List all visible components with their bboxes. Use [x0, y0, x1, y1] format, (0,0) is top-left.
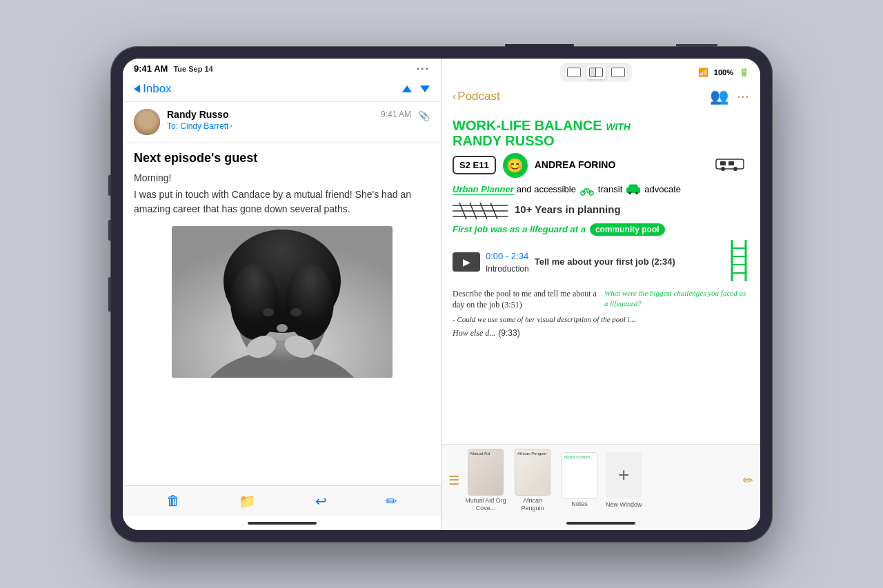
home-indicator-right [442, 516, 760, 530]
transit-text: transit [598, 184, 622, 194]
segment1-label: Tell me about your first job (2:34) [535, 256, 675, 267]
plus-icon: + [606, 452, 642, 498]
ladder-illustration [728, 240, 749, 284]
mail-metadata: Randy Russo 9:41 AM To: Cindy Barrett › [167, 109, 411, 131]
podcast-title-name: RANDY RUSSO [453, 133, 749, 149]
mail-body: Next episode's guest Morning! I was put … [123, 143, 441, 485]
lifeguard-text: First job was as a lifeguard at a [453, 224, 586, 234]
next-mail-button[interactable] [420, 85, 430, 92]
pencil-slot [505, 44, 574, 47]
battery-icon: 🔋 [739, 68, 749, 77]
intro-label: Introduction [486, 264, 529, 274]
mail-subject: Next episode's guest [134, 151, 430, 165]
handwritten-note: - Could we use some of her visual descri… [453, 314, 749, 325]
compose-button[interactable]: ✏ [386, 493, 397, 509]
edit-button[interactable]: ✏ [743, 473, 753, 488]
list-view-icon[interactable]: ☰ [448, 473, 459, 488]
thumbnail-preview-notes: Notes content... [562, 452, 597, 499]
home-bar-right [566, 522, 635, 525]
episode-badge: S2 E11 [453, 156, 496, 174]
sketch-lines-icon [453, 200, 508, 219]
timestamp-row: ▶ 0:00 - 2:34 Introduction Tell me about… [453, 240, 749, 284]
guest-info-row: Urban Planner and accessible transit adv… [453, 183, 749, 196]
new-window-label: New Window [606, 501, 642, 509]
svg-rect-16 [720, 161, 726, 165]
podcast-nav-bar: ‹ Podcast 👥 ··· [442, 85, 760, 111]
notes-toolbar: ☰ Mutual Aid Mutual Aid Org Cove... Afri… [442, 444, 760, 516]
top-button[interactable] [676, 44, 717, 47]
podcast-actions: 👥 ··· [710, 88, 749, 105]
attachment-icon: 📎 [418, 110, 430, 121]
home-indicator-left [123, 516, 441, 530]
timestamp-end: (9:33) [498, 328, 519, 338]
mail-header: Randy Russo 9:41 AM To: Cindy Barrett › … [123, 102, 441, 143]
thumbnail-african-penguin[interactable]: African Penguin African Penguin [512, 449, 553, 512]
window-mode-full-left[interactable] [564, 65, 584, 79]
years-planning: 10+ Years in planning [515, 203, 621, 215]
trash-button[interactable]: 🗑 [166, 493, 180, 509]
planning-row: 10+ Years in planning [453, 200, 749, 219]
svg-point-7 [286, 264, 334, 340]
to-chevron-icon: › [230, 122, 232, 130]
svg-point-22 [635, 192, 638, 194]
mail-greeting: Morning! [134, 172, 430, 183]
inbox-back-button[interactable]: Inbox [134, 82, 172, 96]
thumbnail-notes[interactable]: Notes content... Notes [559, 452, 600, 508]
reply-button[interactable]: ↩ [315, 493, 327, 509]
status-dots: ··· [417, 63, 430, 75]
sender-name: Randy Russo [167, 109, 228, 120]
portrait-svg [172, 226, 393, 378]
more-options-icon[interactable]: ··· [737, 88, 749, 105]
previous-mail-button[interactable] [402, 85, 412, 92]
question2: What were the biggest challenges you fac… [604, 288, 749, 310]
mail-timestamp: 9:41 AM [381, 110, 411, 119]
guest-illustration: 😊 [503, 153, 528, 178]
ipad-screen: 9:41 AM Tue Sep 14 ··· Inbox [123, 59, 760, 530]
timestamp-info: 0:00 - 2:34 Introduction [486, 250, 529, 274]
power-button[interactable] [108, 277, 111, 312]
split-view: 9:41 AM Tue Sep 14 ··· Inbox [123, 59, 760, 530]
to-label: To: Cindy Barrett [167, 121, 228, 131]
podcast-chevron-icon: ‹ [453, 90, 456, 103]
mail-pane: 9:41 AM Tue Sep 14 ··· Inbox [123, 59, 442, 530]
timestamp1: 0:00 - 2:34 [486, 251, 528, 261]
folder-button[interactable]: 📁 [239, 493, 256, 509]
podcast-title-line1: WORK-LIFE BALANCE with [453, 118, 749, 133]
video-thumbnail: ▶ [453, 252, 480, 272]
window-mode-full-right[interactable] [608, 65, 628, 79]
notes-status-bar: 📶 100% 🔋 [442, 59, 760, 85]
question1-col: Describe the pool to me and tell me abou… [453, 288, 597, 312]
share-people-icon[interactable]: 👥 [710, 88, 728, 105]
thumbnail-preview-african-penguin: African Penguin [515, 449, 550, 496]
inbox-label: Inbox [143, 82, 172, 96]
bottom-row: How else d... (9:33) [453, 328, 749, 338]
time-display: 9:41 AM [134, 63, 168, 74]
svg-point-6 [230, 264, 279, 340]
questions-row: Describe the pool to me and tell me abou… [453, 288, 749, 312]
volume-down-button[interactable] [108, 220, 111, 241]
question1: Describe the pool to me and tell me abou… [453, 288, 597, 312]
battery-display: 100% [714, 68, 733, 77]
mail-nav-bar: Inbox [123, 78, 441, 102]
thumbnail-label-african-penguin: African Penguin [512, 497, 553, 512]
advocate-text: advocate [644, 184, 681, 194]
thumbnail-mutual-aid[interactable]: Mutual Aid Mutual Aid Org Cove... [465, 449, 506, 512]
recipient-field[interactable]: To: Cindy Barrett › [167, 121, 411, 131]
new-window-button[interactable]: + New Window [606, 452, 642, 509]
guest-title: Urban Planner [453, 184, 514, 195]
volume-up-button[interactable] [108, 175, 111, 196]
car-icon [625, 184, 642, 195]
wifi-icon: 📶 [698, 68, 708, 77]
train-illustration [715, 156, 749, 174]
svg-point-10 [277, 324, 288, 332]
notes-content: WORK-LIFE BALANCE with RANDY RUSSO S2 E1… [442, 111, 760, 444]
home-bar [248, 522, 317, 525]
question2-col: What were the biggest challenges you fac… [604, 288, 749, 312]
svg-point-8 [263, 308, 274, 316]
podcast-back-button[interactable]: ‹ Podcast [453, 90, 500, 103]
mail-photo-attachment [172, 226, 393, 378]
and-text: and accessible [517, 184, 576, 194]
window-mode-split[interactable] [586, 65, 606, 79]
date-display: Tue Sep 14 [173, 65, 212, 73]
svg-point-15 [733, 167, 737, 171]
